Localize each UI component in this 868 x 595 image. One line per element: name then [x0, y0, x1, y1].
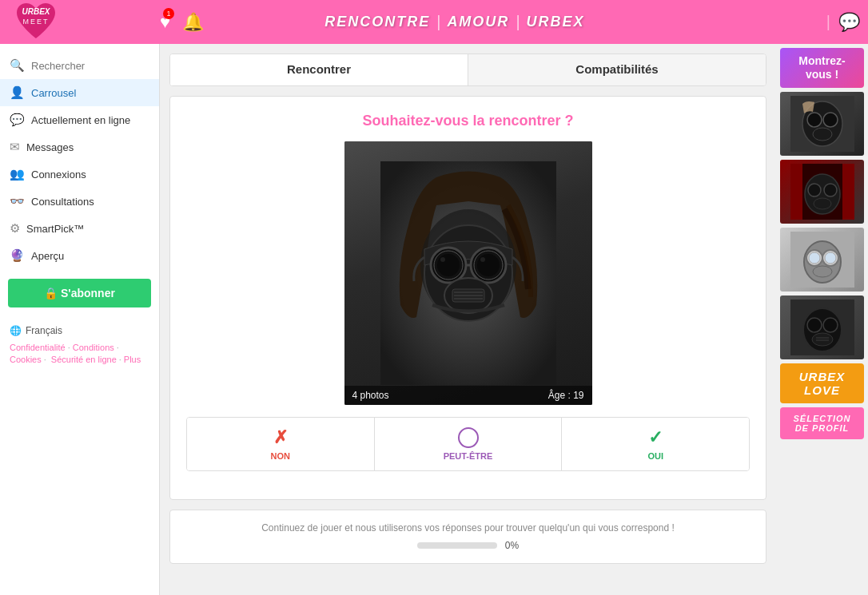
progress-section: Continuez de jouer et nous utiliserons v…: [169, 510, 766, 564]
sidebar-label-consultations: Consultations: [31, 196, 94, 208]
privacy-link[interactable]: Confidentialité: [10, 343, 66, 352]
non-button[interactable]: ✗ NON: [187, 418, 375, 470]
logo-heart: URBEX MEET: [8, 0, 64, 44]
progress-bar-wrap: 0%: [186, 540, 750, 551]
profile-card: Souhaitez-vous la rencontrer ?: [169, 96, 766, 500]
thumb-sim-2: [780, 160, 864, 224]
main-content: Rencontrer Compatibilités Souhaitez-vous…: [160, 44, 776, 595]
connexions-icon: 👥: [10, 167, 25, 181]
action-buttons: ✗ NON PEUT-ÊTRE ✓ OUI: [186, 417, 750, 471]
heart-notification[interactable]: ♥ 1: [160, 12, 170, 33]
peut-etre-label: PEUT-ÊTRE: [444, 451, 493, 461]
layout: 🔍 👤 Carrousel 💬 Actuellement en ligne ✉ …: [0, 44, 868, 595]
svg-point-42: [812, 333, 833, 346]
sidebar-item-smartpick[interactable]: ⚙ SmartPick™: [0, 215, 159, 242]
security-link[interactable]: Sécurité en ligne: [51, 355, 117, 366]
messages-icon: ✉: [10, 140, 20, 154]
non-label: NON: [271, 451, 290, 461]
svg-point-40: [807, 318, 822, 332]
svg-point-21: [823, 113, 838, 127]
sidebar: 🔍 👤 Carrousel 💬 Actuellement en ligne ✉ …: [0, 44, 160, 595]
language-selector[interactable]: 🌐 Français: [10, 325, 149, 336]
selection-profil-button[interactable]: SÉLECTION DE PROFIL: [780, 407, 864, 439]
thumbnail-1[interactable]: [780, 92, 864, 156]
svg-rect-36: [822, 256, 823, 260]
photo-simulation: [344, 141, 592, 405]
dot-1: ·: [68, 343, 70, 352]
sidebar-label-connexions: Connexions: [31, 169, 86, 180]
photo-overlay: 4 photos Âge : 19: [344, 386, 592, 405]
language-label: Français: [26, 325, 62, 336]
montrez-vous-button[interactable]: Montrez-vous !: [780, 48, 864, 88]
svg-point-35: [825, 252, 836, 264]
tab-compatibilites[interactable]: Compatibilités: [468, 54, 766, 85]
dot-2: ·: [117, 343, 119, 352]
peut-etre-button[interactable]: PEUT-ÊTRE: [375, 418, 563, 470]
bell-notification[interactable]: 🔔: [182, 12, 204, 33]
header-right: | 💬: [826, 12, 860, 33]
subscribe-button[interactable]: 🔒 S'abonner: [8, 279, 151, 307]
svg-point-41: [823, 318, 838, 332]
urbex-love-button[interactable]: URBEX LOVE: [780, 363, 864, 403]
progress-text: Continuez de jouer et nous utiliserons v…: [186, 522, 750, 534]
online-icon: 💬: [10, 113, 25, 127]
nav-rencontre[interactable]: RENCONTRE: [325, 14, 430, 30]
sidebar-label-apercu: Aperçu: [31, 250, 64, 262]
globe-icon: 🌐: [10, 325, 22, 336]
non-icon: ✗: [273, 427, 288, 448]
sidebar-item-carrousel[interactable]: 👤 Carrousel: [0, 79, 159, 106]
nav-urbex[interactable]: URBEX: [527, 14, 585, 30]
thumbnail-2[interactable]: [780, 160, 864, 224]
svg-point-8: [440, 257, 445, 262]
profile-photo-wrap: 4 photos Âge : 19: [344, 141, 592, 405]
cookies-link[interactable]: Cookies: [10, 355, 42, 366]
conditions-link[interactable]: Conditions: [73, 343, 114, 352]
svg-point-11: [477, 254, 500, 276]
consultations-icon: 👓: [10, 194, 25, 208]
question-end: ?: [561, 113, 574, 129]
nav-amour[interactable]: AMOUR: [447, 14, 509, 30]
svg-text:MEET: MEET: [22, 18, 49, 26]
sidebar-label-smartpick: SmartPick™: [26, 223, 84, 235]
carrousel-icon: 👤: [10, 85, 25, 100]
header: URBEX MEET ♥ 1 🔔 RENCONTRE | AMOUR | URB…: [0, 0, 868, 44]
svg-point-12: [480, 257, 485, 262]
thumb-sim-4: [780, 296, 864, 359]
thumb-sim-3: [780, 228, 864, 292]
sidebar-item-consultations[interactable]: 👓 Consultations: [0, 188, 159, 215]
nav-sep-2: |: [516, 13, 520, 31]
search-input[interactable]: [31, 60, 149, 72]
bell-icon: 🔔: [182, 12, 204, 32]
card-title: Souhaitez-vous la rencontrer ?: [186, 113, 750, 129]
heart-badge: 1: [163, 8, 174, 19]
thumbnail-3[interactable]: [780, 228, 864, 292]
header-right-sep: |: [826, 13, 830, 31]
tab-rencontrer[interactable]: Rencontrer: [170, 54, 468, 85]
sidebar-item-messages[interactable]: ✉ Messages: [0, 133, 159, 161]
thumbnail-4[interactable]: [780, 296, 864, 359]
logo-area: URBEX MEET: [8, 0, 144, 44]
svg-point-28: [824, 184, 837, 196]
progress-bar: [417, 542, 497, 549]
chat-icon[interactable]: 💬: [838, 12, 860, 33]
sidebar-item-connexions[interactable]: 👥 Connexions: [0, 161, 159, 188]
question-highlight: la rencontrer: [472, 113, 560, 129]
svg-rect-25: [842, 164, 854, 220]
age-info: Âge : 19: [548, 390, 584, 401]
header-nav: RENCONTRE | AMOUR | URBEX: [325, 13, 584, 31]
sidebar-item-apercu[interactable]: 🔮 Aperçu: [0, 242, 159, 269]
search-icon: 🔍: [10, 58, 25, 73]
oui-button[interactable]: ✓ OUI: [562, 418, 749, 470]
smartpick-icon: ⚙: [10, 221, 20, 236]
sidebar-item-online[interactable]: 💬 Actuellement en ligne: [0, 106, 159, 133]
tabs: Rencontrer Compatibilités: [169, 54, 766, 86]
question-text: Souhaitez-vous: [362, 113, 468, 129]
right-panel: Montrez-vous !: [776, 44, 868, 595]
dot-3: ·: [44, 355, 46, 366]
oui-icon: ✓: [648, 427, 663, 448]
more-link[interactable]: Plus: [124, 355, 141, 366]
svg-point-20: [807, 113, 822, 127]
search-item[interactable]: 🔍: [0, 52, 159, 79]
profile-photo[interactable]: 4 photos Âge : 19: [344, 141, 592, 405]
svg-rect-24: [790, 164, 802, 220]
